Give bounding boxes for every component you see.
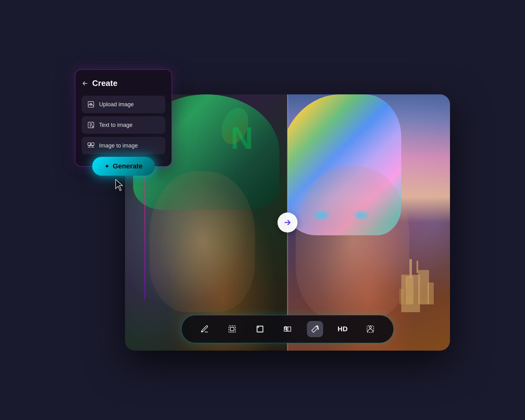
svg-point-7 <box>369 326 371 328</box>
generate-star-icon: ✦ <box>104 162 110 170</box>
paint-brush-button[interactable] <box>197 321 213 337</box>
svg-point-6 <box>318 328 319 329</box>
svg-rect-1 <box>229 326 236 332</box>
generate-button-label: Generate <box>113 162 142 170</box>
person-button[interactable] <box>362 321 378 337</box>
image-container: N <box>125 94 450 351</box>
svg-point-5 <box>317 326 318 327</box>
image-right <box>288 94 450 351</box>
main-card: N <box>125 94 450 351</box>
svg-rect-2 <box>231 327 234 331</box>
create-title: Create <box>92 78 118 88</box>
create-panel: Create Upload image Text to image <box>75 69 172 167</box>
svg-rect-12 <box>91 143 94 145</box>
select-object-button[interactable] <box>224 321 240 337</box>
hd-button[interactable]: HD <box>335 321 351 337</box>
text-to-image-item[interactable]: Text to image <box>82 116 165 134</box>
image-to-image-item[interactable]: Image to image <box>82 137 165 154</box>
scene-wrapper: N <box>75 69 450 351</box>
create-header: Create <box>82 78 165 88</box>
magic-wand-button[interactable] <box>307 321 323 337</box>
generate-button[interactable]: ✦ Generate <box>92 157 155 176</box>
bottom-toolbar: HD <box>181 315 394 343</box>
svg-rect-3 <box>257 326 263 332</box>
crop-button[interactable] <box>252 321 268 337</box>
svg-point-0 <box>202 331 202 332</box>
cursor-indicator <box>114 178 125 194</box>
back-button[interactable] <box>82 80 88 87</box>
eraser-button[interactable] <box>279 321 296 337</box>
upload-icon <box>87 101 95 108</box>
text-image-icon <box>87 121 95 129</box>
compare-arrow-button[interactable] <box>278 212 298 232</box>
image-image-icon <box>87 142 95 149</box>
upload-image-item[interactable]: Upload image <box>82 96 165 113</box>
